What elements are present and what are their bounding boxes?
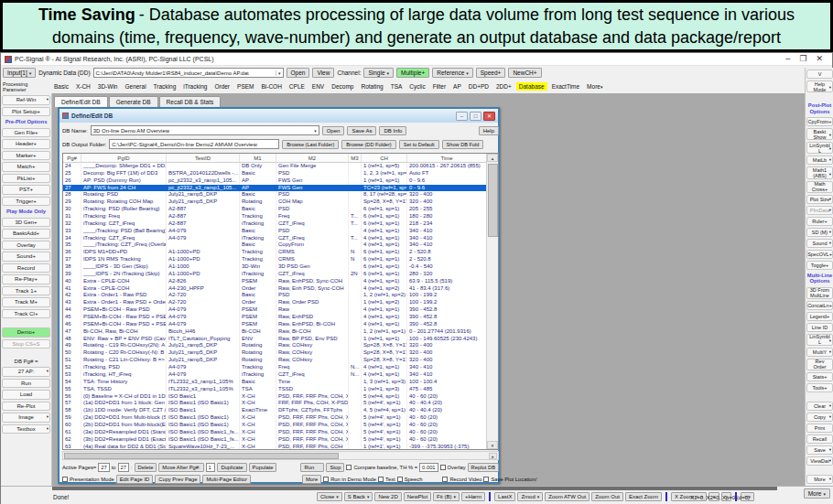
sidebar-right-item-stats[interactable]: Stats+	[806, 372, 833, 381]
sidebar-right-item-ruler[interactable]: Ruler+	[806, 217, 833, 226]
sidebar-right-item-specovl[interactable]: SpecOVL+	[806, 250, 833, 259]
table-row[interactable]: 34iTracking: CZT_iFreqA4-079iTrackingCZT…	[63, 235, 486, 242]
status-more-button[interactable]: More▾	[804, 488, 830, 499]
table-row[interactable]: 63(4a) Real data for DD2 & DD1 (Standard…	[63, 444, 486, 449]
sidebar-left-item-overlay[interactable]: Overlay	[2, 241, 50, 251]
table-row[interactable]: 28Rotating: PSDJuly21_ramp5_DKPBasicPSD8…	[63, 191, 486, 198]
table-row[interactable]: 40Extra - CPLE-COHA2-826PSEMRaw, EnhPSD,…	[63, 278, 486, 285]
table-row[interactable]: 56(0) Baseline = X-CH of DD1 in 1DD mode…	[63, 393, 486, 401]
sidebar-left-item-header[interactable]: Header+	[2, 139, 50, 149]
show-db-folder-button[interactable]: Show DB Fold	[442, 140, 484, 149]
sidebar-right-item-clear[interactable]: Clear▾	[806, 402, 833, 411]
sidebar-right-item-math1-abs[interactable]: Math1 (ABS)▾	[806, 166, 833, 178]
sidebar-right-item-pfmdata[interactable]: PfmData▾	[806, 206, 833, 215]
copy-prev-page-button[interactable]: Copy Prev Page	[155, 475, 200, 484]
db-open-button[interactable]: Open	[322, 126, 345, 135]
sidebar-right-item-help-mode[interactable]: Help Mode▾	[806, 80, 833, 92]
menu-item-cyclic[interactable]: Cyclic	[406, 82, 427, 91]
table-row[interactable]: 42Extra - Order1 - Raw PSDA2-720BasicPSD…	[63, 292, 486, 299]
sidebar-left-item-match[interactable]: Match+	[2, 162, 50, 172]
close-icon[interactable]: ✕	[816, 55, 823, 63]
sidebar-right-item-plot-size[interactable]: Plot Size▾	[806, 195, 833, 204]
hscroll-thumb[interactable]	[64, 453, 339, 459]
table-row[interactable]: 32iTracking: CZT_iFreqA2-887iTrackingCZT…	[63, 220, 486, 228]
sidebar-right-item-toggle[interactable]: Toggle+	[806, 261, 833, 270]
sidebar-right-item-copy[interactable]: Copy▾	[806, 413, 833, 422]
0-001-input[interactable]: 0.001	[419, 463, 438, 472]
replot-db-button[interactable]: Replot DB	[468, 463, 499, 472]
sidebar-right-item-linsymbl-l[interactable]: LinSymbl L▾	[806, 142, 833, 154]
sidebar-right-item-recall[interactable]: Recall	[806, 434, 833, 444]
table-row[interactable]: 57(1a) DD2=DD1 from 1 block: Gen X-CH (2…	[63, 400, 486, 407]
sidebar-left-item-marker[interactable]: Marker+	[2, 151, 50, 161]
db-name-combo[interactable]: 3D On-line Demo AM Overview ▾	[91, 125, 319, 135]
speed-button[interactable]: Speed+	[476, 68, 506, 78]
table-row[interactable]: 45PSEM+Bi-COH - Raw PSD + PSEM PSDA4-079…	[63, 314, 486, 321]
menu-item-basic[interactable]: Basic	[51, 82, 71, 91]
run-button[interactable]: Run	[300, 463, 324, 472]
menu-item-ap[interactable]: AP	[450, 82, 464, 91]
status-button-exact-zoom[interactable]: Exact Zoom	[625, 492, 662, 501]
table-row[interactable]: 35____iTracking: CZT_iFreq (Overlay last…	[63, 241, 486, 249]
view-button[interactable]: View	[312, 68, 334, 78]
menu-item-database[interactable]: Database	[516, 82, 547, 91]
multi-page-editor-button[interactable]: Multi-Page Editor	[202, 475, 250, 484]
table-row[interactable]: 39____IDPS - 2N iTracking (Skip)A1-1000+…	[63, 271, 486, 278]
sidebar-right-item-baskt-show[interactable]: Baskt Show▾	[806, 128, 833, 140]
sidebar-left-item-pst[interactable]: PST+	[2, 185, 50, 195]
db-minimize-icon[interactable]: –	[456, 112, 468, 121]
table-row[interactable]: 50Rotating - C20 Rt-COHsxy(-N): B => B-N…	[63, 349, 486, 357]
sidebar-right-item-multiy[interactable]: MultiY▾	[806, 348, 833, 357]
table-row[interactable]: 61(3a) DD2=Resampled DD1 (Standard Mode)…	[63, 429, 486, 436]
open-button[interactable]: Open	[287, 68, 310, 78]
table-row[interactable]: 62(3b) DD2=Resampled DD1 (Exact df Mode)…	[63, 436, 486, 444]
table-row[interactable]: 48ENV: Raw + BP = ENV PSD (Cavitation)IT…	[63, 336, 486, 343]
newch-button[interactable]: NewCH+	[508, 68, 541, 78]
db-restore-icon[interactable]: □	[470, 112, 481, 121]
sidebar-right-item-tools[interactable]: Tools+	[806, 383, 833, 392]
table-row[interactable]: 33____iTracking: PSD (Ball Bearing)A4-07…	[63, 228, 486, 235]
status-button-harm[interactable]: +Harm	[461, 492, 485, 501]
minimize-icon[interactable]: –	[785, 55, 790, 63]
sidebar-right-item-concatln[interactable]: ConcatLn+	[806, 301, 833, 310]
sidebar-right-item-v[interactable]: V	[806, 70, 833, 79]
sidebar-left-item-stop-cs-s[interactable]: Stop CS+S	[2, 339, 50, 349]
menu-item-filter[interactable]: Filter	[430, 82, 449, 91]
sidebar-right-item-line-id[interactable]: Line ID	[806, 323, 833, 332]
edit-page-id-button[interactable]: Edit Page ID	[116, 475, 154, 484]
bottom-scroll-strip[interactable]	[52, 487, 777, 490]
single-button[interactable]: Single▾	[363, 68, 394, 78]
scroll-right-icon[interactable]: ▸	[489, 453, 497, 459]
menu-item-exacttime[interactable]: ExactTime	[549, 82, 582, 91]
menu-item-dd-pd[interactable]: DD+PD	[466, 82, 492, 91]
table-row[interactable]: 58(1b) 1DD mode: Verify DFT, CZT & FFTPZ…	[63, 407, 486, 414]
db-help-button[interactable]: Help	[479, 126, 499, 135]
menu-item-rotating[interactable]: Rotating	[358, 82, 385, 91]
status-button-newplot[interactable]: NewPlot	[404, 492, 431, 501]
table-horizontal-scrollbar[interactable]: ▸	[62, 451, 499, 460]
table-row[interactable]: 49Rotating - C19 Rt-COHsxy(2N): A => A+2…	[63, 342, 486, 349]
speech-checkbox[interactable]: Speech	[397, 477, 423, 482]
status-button-s-back[interactable]: S Back▾	[344, 492, 373, 501]
tab-generate-db[interactable]: Generate DB	[109, 96, 158, 107]
save-plot-location-checkbox[interactable]: Save Plot Location/	[483, 477, 536, 482]
sidebar-left-item-run[interactable]: Run	[2, 379, 50, 389]
status-button-zoom-out[interactable]: Zoom Out	[591, 492, 623, 501]
run-in-demo-mode-checkbox[interactable]: Run in Demo Mode	[323, 477, 376, 482]
table-row[interactable]: 59(2a) DD2=DD1 from Multi-block (Standar…	[63, 414, 486, 422]
sidebar-left-item-pklist[interactable]: PkList+	[2, 174, 50, 184]
text-checkbox[interactable]: Text	[378, 477, 395, 482]
status-button-fit-b[interactable]: Fit (B)▾	[433, 492, 460, 501]
table-row[interactable]: 52iTracking, PSDA4-079TrackingFreqN...4 …	[63, 364, 486, 371]
table-row[interactable]: 27AP: FWS from 24 CHpc_jt2332_s3_ramp1_1…	[63, 185, 486, 192]
table-row[interactable]: 47Bi-COH, Raw, Bi-COHBicoh_H46Bi-COHRaw,…	[63, 328, 486, 336]
multiple-button[interactable]: Multiple+	[396, 68, 429, 78]
tab-define-edit-db[interactable]: Define/Edit DB	[54, 96, 108, 107]
overlay-checkbox[interactable]: Overlay	[440, 465, 466, 470]
1-input[interactable]: 1	[206, 463, 216, 472]
status-button-lastx[interactable]: LastX	[494, 492, 515, 501]
sidebar-right-item-more[interactable]: More▾	[806, 475, 833, 484]
sidebar-right-item-rev-order[interactable]: Rev Order	[806, 359, 833, 370]
sidebar-right-item-sd-m[interactable]: SD (M)▾	[806, 228, 833, 237]
status-button-zmod[interactable]: Zmod▾	[517, 492, 543, 501]
